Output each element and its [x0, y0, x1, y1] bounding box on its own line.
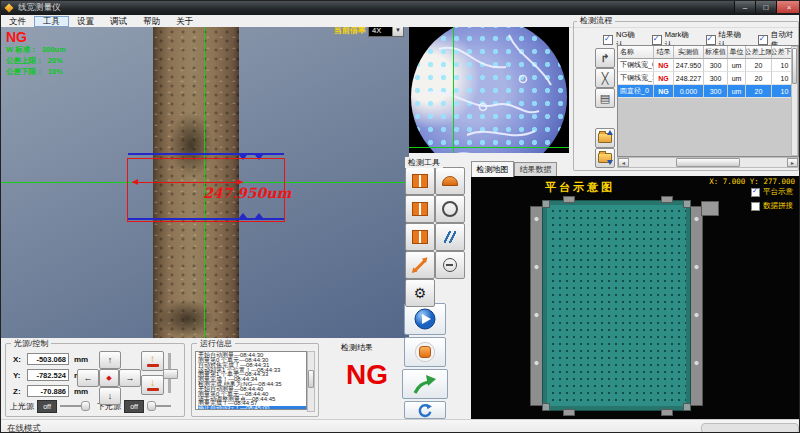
log-vertical-scrollbar[interactable]: [307, 351, 315, 412]
table-row[interactable]: 圆直径_0NG0.000300um2010: [618, 85, 799, 98]
settings-tool[interactable]: ⚙: [405, 279, 435, 307]
checkbox-box[interactable]: [758, 35, 768, 45]
checkbox-box[interactable]: [751, 188, 760, 197]
transfer-icon[interactable]: ↱: [595, 48, 615, 68]
checkbox-box[interactable]: [751, 202, 760, 211]
z-down-button[interactable]: ↓: [141, 375, 164, 395]
table-cell: 下铜线宽_1: [618, 72, 654, 85]
stop-button[interactable]: [404, 337, 446, 367]
checkbox-数据拼接[interactable]: 数据拼接: [751, 201, 793, 211]
close-button[interactable]: ×: [776, 1, 800, 13]
stop-icon: [414, 341, 436, 363]
menu-item-文件[interactable]: 文件: [1, 16, 34, 27]
play-icon: [413, 307, 437, 331]
scroll-left-arrow[interactable]: ◄: [618, 158, 629, 167]
lower-light-slider-thumb[interactable]: [147, 401, 156, 411]
axis-label-Z: Z:: [13, 387, 21, 396]
line-gap-tool[interactable]: [435, 223, 465, 251]
return-button[interactable]: [402, 369, 448, 399]
menu-item-调试[interactable]: 调试: [102, 16, 135, 27]
table-cell: 300: [704, 85, 728, 98]
z-up-icon: ↑: [150, 355, 155, 363]
maximize-button[interactable]: □: [755, 1, 776, 13]
z-base-icon: [147, 388, 159, 391]
table-cell: 下铜线宽_0: [618, 59, 654, 72]
jog-right-button[interactable]: →: [119, 369, 141, 387]
line-gap-tool-icon: [443, 231, 457, 243]
upper-light-label: 上光源: [10, 401, 34, 412]
diagonal-measure-tool[interactable]: [405, 251, 435, 279]
checkbox-box[interactable]: [603, 35, 613, 45]
column-header: 实测值: [674, 46, 704, 59]
camera-ng-label: NG: [6, 29, 27, 45]
jog-up-button[interactable]: ↑: [99, 351, 121, 369]
jog-down-button[interactable]: ↓: [99, 387, 121, 405]
run-button[interactable]: [404, 303, 446, 335]
upper-light-slider-thumb[interactable]: [81, 401, 90, 411]
table-row[interactable]: 下铜线宽_1NG248.227300um2010: [618, 72, 799, 85]
column-header: 标准值: [704, 46, 728, 59]
z-up-button[interactable]: ↑: [141, 351, 164, 371]
magnification-value: 4X: [369, 27, 392, 35]
table-cell: 20: [746, 59, 772, 72]
menu-item-设置[interactable]: 设置: [69, 16, 102, 27]
z-slider-thumb[interactable]: [163, 369, 178, 379]
refresh-button[interactable]: [404, 401, 446, 419]
axis-value-Z[interactable]: -70.886: [27, 385, 69, 397]
axis-unit: mm: [74, 387, 88, 396]
menu-item-关于[interactable]: 关于: [168, 16, 201, 27]
tab-result-data[interactable]: 结果数据: [514, 162, 557, 177]
menu-item-工具[interactable]: 工具: [34, 16, 69, 27]
status-mode-text: 在线模式: [7, 423, 41, 433]
platform-horizontal-scrollbar[interactable]: [701, 423, 799, 433]
save-image-icon[interactable]: [595, 148, 615, 168]
linewidth-tool-3[interactable]: [405, 223, 435, 251]
table-cell: NG: [654, 59, 674, 72]
microscope-view[interactable]: [409, 27, 569, 153]
checkbox-box[interactable]: [706, 35, 716, 45]
run-log-list[interactable]: 开始自动测量—08:44:30测量第0 个单元—08:44:30自动对焦完成！—…: [195, 351, 307, 410]
platform-schematic-view[interactable]: 平台示意图 X: 7.000 Y: 277.000 平台示意数据拼接: [471, 176, 799, 419]
table-horizontal-scrollbar[interactable]: ◄ ►: [617, 157, 799, 168]
circle-tool[interactable]: [435, 195, 465, 223]
linewidth-tool-1[interactable]: [405, 167, 435, 195]
magnification-select[interactable]: 4X ▼: [368, 27, 404, 37]
lower-light-toggle[interactable]: off: [124, 400, 144, 413]
jog-center-button[interactable]: ◆: [99, 369, 119, 387]
dome-tool[interactable]: [435, 167, 465, 195]
camera-overlay-info: W 标准： 300um公差上限： 20%公差下限： 10%: [6, 44, 66, 77]
menu-item-帮助[interactable]: 帮助: [135, 16, 168, 27]
platform-title: 平台示意图: [545, 180, 615, 195]
results-table[interactable]: 名称结果实测值标准值单位公差上限公差下限%下铜线宽_0NG247.950300u…: [617, 45, 799, 157]
axis-value-Y[interactable]: -782.524: [27, 369, 69, 381]
scope-circle: [411, 27, 567, 153]
keypad-icon[interactable]: ▤: [595, 88, 615, 108]
linewidth-tool-2[interactable]: [405, 195, 435, 223]
camera-view[interactable]: 247.950um NG W 标准： 300um公差上限： 20%公差下限： 1…: [1, 27, 409, 338]
checkbox-平台示意[interactable]: 平台示意: [751, 187, 793, 197]
jog-left-button[interactable]: ←: [77, 369, 99, 387]
checkbox-box[interactable]: [652, 35, 662, 45]
delete-x-icon[interactable]: ╳: [595, 68, 615, 88]
table-cell: um: [728, 85, 746, 98]
panel-corner: [683, 200, 691, 208]
table-cell: 300: [704, 72, 728, 85]
minimize-button[interactable]: –: [734, 1, 755, 13]
table-row[interactable]: 下铜线宽_0NG247.950300um2010: [618, 59, 799, 72]
scrollbar-thumb[interactable]: [676, 158, 740, 167]
axis-value-X[interactable]: -503.068: [27, 353, 69, 365]
export-image-icon[interactable]: [595, 128, 615, 148]
upper-light-toggle[interactable]: off: [37, 400, 57, 413]
scrollbar-thumb[interactable]: [308, 370, 314, 388]
scroll-right-arrow[interactable]: ►: [787, 158, 798, 167]
table-vertical-scrollbar[interactable]: [791, 46, 798, 156]
z-base-icon: [147, 364, 159, 367]
gear-icon: ⚙: [414, 286, 427, 300]
chevron-down-icon[interactable]: ▼: [392, 27, 403, 36]
tab-detect-map[interactable]: 检测地图: [471, 161, 514, 177]
scrollbar-thumb[interactable]: [792, 48, 797, 84]
circle-dash-tool[interactable]: [435, 251, 465, 279]
process-panel-title: 检测流程: [577, 15, 615, 26]
platform-checkboxes: 平台示意数据拼接: [751, 187, 793, 211]
pcb-panel[interactable]: [542, 200, 691, 411]
